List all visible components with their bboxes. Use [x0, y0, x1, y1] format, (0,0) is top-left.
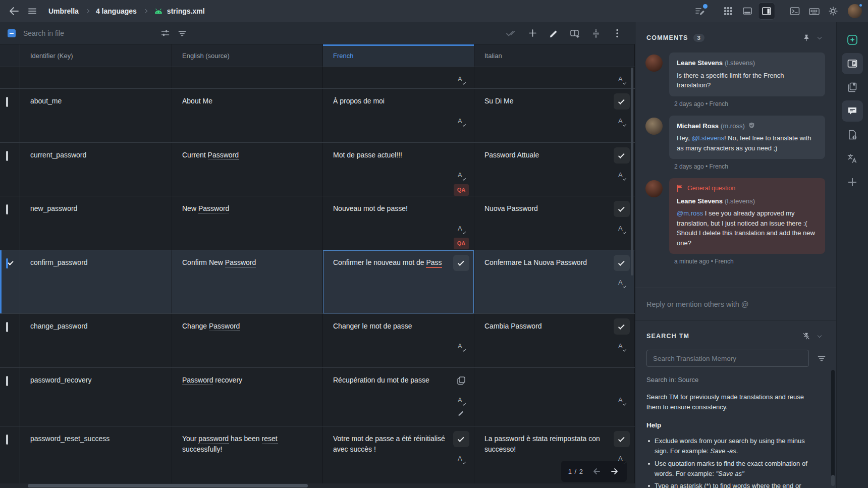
row-checkbox[interactable] — [6, 258, 8, 268]
spellcheck-icon[interactable]: A — [616, 74, 627, 84]
spellcheck-icon[interactable]: A — [456, 74, 467, 84]
comment-author[interactable]: Leane Stevens — [677, 196, 723, 206]
duplicate-key-button[interactable] — [566, 25, 583, 42]
ai-assistant-button[interactable] — [842, 29, 863, 50]
key-cell[interactable]: new_password — [20, 196, 172, 250]
approve-button[interactable] — [453, 255, 469, 271]
source-cell[interactable]: Your password has been reset successfull… — [172, 426, 323, 487]
back-button[interactable] — [5, 2, 23, 20]
table-row[interactable]: change_passwordChange PasswordChanger le… — [0, 314, 635, 368]
mention-link[interactable]: @l.stevens — [691, 134, 724, 142]
table-row[interactable]: password_recoveryPassword recoveryRécupé… — [0, 368, 635, 426]
key-cell[interactable]: password_reset_success — [20, 426, 172, 487]
shortcuts-button[interactable] — [805, 3, 823, 20]
row-checkbox[interactable] — [6, 435, 8, 445]
source-cell[interactable]: Password recovery — [172, 368, 323, 426]
breadcrumb-project[interactable]: Umbrella — [48, 7, 79, 15]
approve-button[interactable] — [453, 431, 469, 447]
editor-panel-button[interactable] — [842, 53, 863, 74]
tm-filter-button[interactable] — [815, 352, 828, 365]
french-cell[interactable]: Confirmer le nouveau mot de Pass — [323, 250, 474, 313]
more-options-button[interactable] — [609, 25, 626, 42]
display-options-button[interactable] — [156, 25, 174, 42]
approve-button[interactable] — [614, 431, 630, 447]
spellcheck-icon[interactable]: A — [456, 170, 467, 180]
machine-translation-button[interactable] — [842, 148, 863, 169]
collapse-section-button[interactable] — [813, 31, 826, 44]
table-row[interactable]: current_passwordCurrent PasswordMot de p… — [0, 143, 635, 196]
add-string-button[interactable] — [524, 25, 541, 42]
edit-translation-icon[interactable] — [458, 409, 465, 416]
italian-cell[interactable]: Nuova PasswordA — [474, 196, 635, 250]
right-panel-button[interactable] — [758, 3, 775, 20]
qa-issue-badge[interactable]: QA — [454, 184, 469, 196]
settings-button[interactable] — [825, 3, 842, 20]
bottom-panel-button[interactable] — [739, 3, 756, 20]
italian-cell[interactable]: A — [474, 67, 635, 88]
column-header-key[interactable]: Identifier (Key) — [20, 44, 172, 67]
comment-author[interactable]: Michael Ross — [677, 121, 719, 131]
add-panel-button[interactable] — [842, 172, 863, 193]
column-header-french[interactable]: French — [323, 44, 474, 67]
spellcheck-icon[interactable]: A — [456, 224, 467, 234]
key-cell[interactable] — [20, 67, 172, 88]
spellcheck-icon[interactable]: A — [456, 454, 467, 464]
table-row[interactable]: new_passwordNew PasswordNouveau mot de p… — [0, 196, 635, 250]
approve-button[interactable] — [614, 318, 630, 335]
source-cell[interactable]: About Me — [172, 89, 323, 142]
approve-button[interactable] — [614, 255, 630, 271]
column-header-english[interactable]: English (source) — [172, 44, 323, 67]
italian-cell[interactable]: Cambia PasswordA — [474, 314, 635, 367]
spellcheck-icon[interactable]: A — [456, 341, 467, 351]
reply-input[interactable] — [646, 300, 825, 308]
filter-button[interactable] — [174, 25, 191, 42]
table-row[interactable]: password_reset_successYour password has … — [0, 426, 635, 488]
row-checkbox[interactable] — [6, 204, 8, 214]
collapse-section-button[interactable] — [813, 330, 826, 343]
table-row[interactable]: AA — [0, 67, 635, 89]
tasks-button[interactable] — [691, 3, 709, 20]
next-page-button[interactable] — [610, 467, 620, 476]
unpin-panel-button[interactable] — [800, 330, 813, 343]
tm-scrollbar-thumb[interactable] — [831, 370, 835, 477]
console-button[interactable] — [786, 3, 803, 20]
source-cell[interactable] — [172, 67, 323, 88]
copy-icon[interactable] — [456, 375, 466, 386]
menu-button[interactable] — [23, 2, 41, 20]
key-cell[interactable]: password_recovery — [20, 368, 172, 426]
spellcheck-icon[interactable]: A — [616, 395, 627, 405]
user-avatar[interactable] — [848, 4, 862, 18]
key-cell[interactable]: confirm_password — [20, 250, 172, 313]
italian-cell[interactable]: A — [474, 368, 635, 426]
italian-cell[interactable]: Confermare La Nuova PasswordA — [474, 250, 635, 313]
approve-button[interactable] — [614, 201, 630, 217]
french-cell[interactable]: Nouveau mot de passe!AQA — [323, 196, 474, 250]
comment-author[interactable]: Leane Stevens — [677, 58, 723, 68]
context-info-button[interactable] — [842, 124, 863, 145]
glossary-button[interactable] — [842, 77, 863, 98]
spellcheck-icon[interactable]: A — [616, 170, 627, 180]
spellcheck-icon[interactable]: A — [616, 116, 627, 126]
tm-search-input[interactable] — [646, 350, 809, 367]
table-row[interactable]: about_meAbout MeÀ propos de moiASu Di Me… — [0, 89, 635, 143]
tm-scrollbar-track[interactable] — [831, 475, 835, 486]
french-cell[interactable]: Votre mot de passe a été réinitialisé av… — [323, 426, 474, 487]
edit-button[interactable] — [545, 25, 562, 42]
spellcheck-icon[interactable]: A — [616, 341, 627, 351]
mention-link[interactable]: @m.ross — [677, 209, 703, 217]
row-checkbox[interactable] — [6, 322, 8, 332]
row-checkbox[interactable] — [6, 376, 8, 386]
source-cell[interactable]: Change Password — [172, 314, 323, 367]
vertical-scrollbar-thumb[interactable] — [631, 68, 633, 276]
qa-issue-badge[interactable]: QA — [454, 238, 469, 249]
row-checkbox[interactable] — [6, 151, 8, 161]
approve-button[interactable] — [614, 93, 630, 110]
spellcheck-icon[interactable]: A — [456, 116, 467, 126]
source-cell[interactable]: New Password — [172, 196, 323, 250]
comment-bubble[interactable]: Michael Ross(m.ross)Hey, @l.stevens! No,… — [669, 116, 825, 159]
italian-cell[interactable]: Password AttualeA — [474, 143, 635, 196]
french-cell[interactable]: Mot de passe actuel!!!AQA — [323, 143, 474, 196]
comment-bubble[interactable]: General questionLeane Stevens(l.stevens)… — [669, 178, 825, 254]
source-cell[interactable]: Current Password — [172, 143, 323, 196]
french-cell[interactable]: Récupération du mot de passeA — [323, 368, 474, 426]
